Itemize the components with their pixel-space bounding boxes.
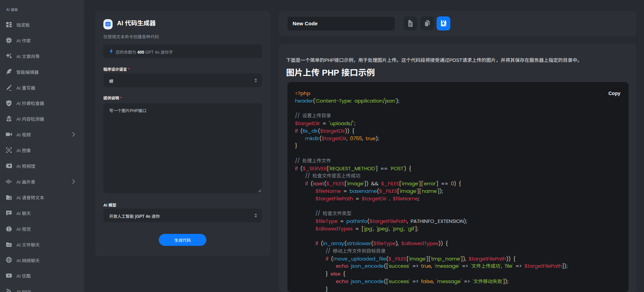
svg-text:AI: AI [8,39,10,42]
